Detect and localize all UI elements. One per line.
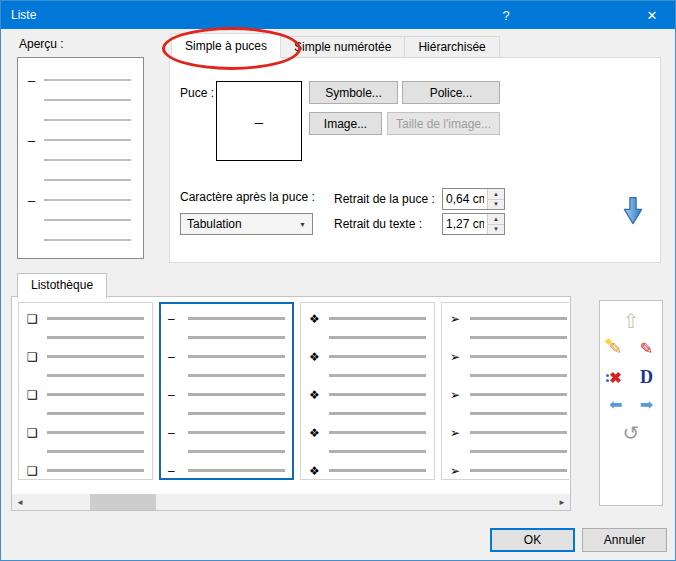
bullet-glyph: – <box>168 465 188 477</box>
move-right-button[interactable]: ➡ <box>636 395 658 415</box>
bullet-glyph: ❑ <box>27 427 47 439</box>
text-indent-input[interactable] <box>443 214 487 234</box>
bullet-glyph: ❖ <box>309 313 329 325</box>
symbol-button[interactable]: Symbole... <box>309 81 398 104</box>
char-after-bullet-label: Caractère après la puce : <box>180 190 315 204</box>
bullet-glyph: – <box>168 351 188 363</box>
gallery-row: ➢ <box>450 385 567 404</box>
text-line <box>44 79 131 81</box>
spin-up-icon: ▲ <box>493 216 499 222</box>
gallery-row: ➢ <box>450 423 567 442</box>
bullet-indent-input[interactable] <box>443 189 487 209</box>
help-button[interactable]: ? <box>483 1 529 29</box>
text-line <box>470 317 567 320</box>
scrollbar-thumb[interactable] <box>90 494 156 510</box>
cancel-button[interactable]: Annuler <box>582 528 667 552</box>
font-button[interactable]: Police... <box>402 81 500 104</box>
preview-row <box>28 110 135 130</box>
gallery-row <box>27 366 144 385</box>
rename-list-button[interactable]: ✎ <box>636 339 658 359</box>
gallery-row: – <box>168 385 285 404</box>
liste-dialog: Liste ? ✕ Aperçu : – – – Simple à puces … <box>0 0 676 561</box>
tab-listotheque[interactable]: Listothèque <box>17 273 107 298</box>
scroll-left-button[interactable]: ◄ <box>12 494 28 510</box>
bullet-glyph: ❑ <box>27 313 47 325</box>
bullet-glyph: ❖ <box>309 389 329 401</box>
gallery-item-square-bullets[interactable]: ❑ ❑ ❑ ❑ ❑ <box>18 302 153 480</box>
gallery-row <box>309 442 426 461</box>
move-up-button[interactable]: ⇧ <box>620 311 642 331</box>
preview-row <box>28 230 135 250</box>
bullet-glyph: ❑ <box>27 389 47 401</box>
gallery-item-diamond-bullets[interactable]: ❖ ❖ ❖ ❖ ❖ <box>300 302 435 480</box>
tab-hierarchisee[interactable]: Hiérarchisée <box>404 36 499 58</box>
add-list-button[interactable]: ✎ <box>605 339 627 359</box>
delete-list-button[interactable]: ✖ <box>605 367 627 387</box>
text-line <box>329 374 426 377</box>
text-line <box>188 374 285 377</box>
close-button[interactable]: ✕ <box>629 1 675 29</box>
gallery-row <box>27 328 144 347</box>
gallery-row: ❑ <box>27 423 144 442</box>
move-left-button[interactable]: ➡ <box>605 395 627 415</box>
text-line <box>329 336 426 339</box>
text-line <box>47 431 144 434</box>
gallery-item-dash-bullets-selected[interactable]: – – – – – <box>159 302 294 480</box>
text-line <box>470 412 567 415</box>
gallery-row: – <box>168 461 285 480</box>
gallery-row <box>309 366 426 385</box>
tool-row: ➡ ➡ <box>605 395 658 415</box>
text-line <box>329 431 426 434</box>
text-line <box>47 317 144 320</box>
scroll-right-button[interactable]: ► <box>554 494 570 510</box>
text-line <box>188 355 285 358</box>
char-after-bullet-select[interactable]: Tabulation ▼ <box>180 213 313 235</box>
scroll-left-icon: ◄ <box>16 498 24 507</box>
text-line <box>470 450 567 453</box>
chevron-down-icon: ▼ <box>299 221 306 228</box>
spin-down-icon: ▼ <box>493 201 499 207</box>
spin-down-button[interactable]: ▼ <box>488 199 504 210</box>
gallery-row: ➢ <box>450 309 567 328</box>
bullet-glyph: ➢ <box>450 351 470 363</box>
image-size-button: Taille de l'image... <box>387 112 500 135</box>
bullet-label: Puce : <box>180 86 214 100</box>
preview-bullet: – <box>28 194 44 207</box>
gallery-row: – <box>168 423 285 442</box>
undo-icon: ↺ <box>623 423 640 443</box>
text-line <box>47 336 144 339</box>
preview-bullet: – <box>28 74 44 87</box>
spin-up-button[interactable]: ▲ <box>488 214 504 224</box>
scrollbar-track[interactable] <box>28 494 554 510</box>
char-after-bullet-value: Tabulation <box>187 217 242 231</box>
move-up-icon: ⇧ <box>623 311 640 331</box>
gallery-horizontal-scrollbar[interactable]: ◄ ► <box>12 494 570 510</box>
text-line <box>44 139 131 141</box>
spin-up-button[interactable]: ▲ <box>488 189 504 199</box>
preview-label: Aperçu : <box>19 37 64 51</box>
gallery-item-arrow-bullets[interactable]: ➢ ➢ ➢ ➢ ➢ <box>441 302 569 480</box>
preview-bullet: – <box>28 134 44 147</box>
text-indent-spinner: ▲ ▼ <box>442 213 505 235</box>
text-line <box>188 469 285 472</box>
preview-row <box>28 210 135 230</box>
bullet-indent-spinner: ▲ ▼ <box>442 188 505 210</box>
text-line <box>329 355 426 358</box>
gallery-row <box>450 366 567 385</box>
spin-down-icon: ▼ <box>493 226 499 232</box>
apply-down-button[interactable] <box>616 189 650 233</box>
titlebar: Liste ? ✕ <box>1 1 675 29</box>
bullet-glyph: – <box>168 427 188 439</box>
image-button[interactable]: Image... <box>309 112 382 135</box>
spin-down-button[interactable]: ▼ <box>488 224 504 235</box>
ok-button[interactable]: OK <box>490 528 575 552</box>
text-line <box>44 99 131 101</box>
set-default-button[interactable]: D <box>636 367 658 387</box>
undo-button[interactable]: ↺ <box>620 423 642 443</box>
text-indent-label: Retrait du texte : <box>334 217 422 231</box>
text-line <box>44 239 131 241</box>
tab-simple-a-puces[interactable]: Simple à puces <box>171 33 281 58</box>
gallery-row: – <box>168 309 285 328</box>
tab-simple-numerotee[interactable]: Simple numérotée <box>280 36 405 58</box>
text-line <box>188 336 285 339</box>
